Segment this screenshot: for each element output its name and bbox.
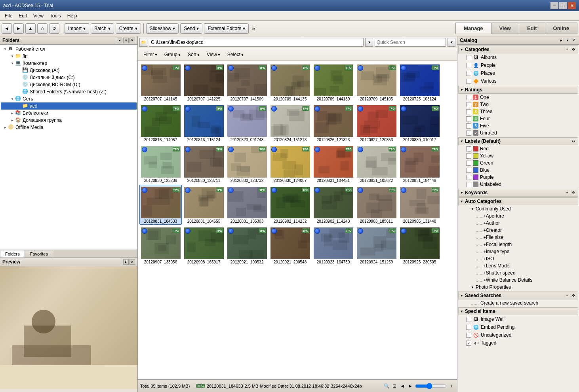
nav-back-button[interactable]: ◄ [2, 23, 12, 34]
tree-expand-7[interactable]: ▼ [10, 96, 15, 102]
catalog-menu-button[interactable]: ▾ [565, 38, 570, 43]
tree-expand-4[interactable] [17, 75, 22, 80]
keywords-header[interactable]: ▼ Keywords + ⚙ [458, 189, 578, 197]
saved-searches-add-button[interactable]: + [564, 293, 570, 298]
zoom-next-button[interactable]: ► [407, 383, 413, 389]
maximize-button[interactable]: □ [559, 2, 567, 9]
labels-header[interactable]: ▼ Labels (Default) ⚙ [458, 137, 578, 145]
tree-item-7[interactable]: ▼🌐Сеть [1, 95, 137, 102]
catalog-item-places[interactable]: 🌐 Places [458, 69, 578, 77]
rating-checkbox-4[interactable] [466, 123, 471, 129]
more-tools-icon[interactable]: » [252, 25, 255, 32]
mode-edit-button[interactable]: Edit [519, 23, 545, 34]
menu-edit[interactable]: Edit [15, 12, 30, 19]
thumb-item-21[interactable]: TPG20120831_184633 [139, 185, 182, 225]
thumb-item-27[interactable]: TPG20120905_131448 [398, 185, 441, 225]
thumb-item-9[interactable]: TPG20120820_091743 [226, 103, 268, 143]
refresh-button[interactable]: ↺ [49, 23, 59, 34]
address-dropdown-button[interactable]: ▾ [365, 38, 373, 47]
tree-item-3[interactable]: 💾Дисковод (A:) [1, 67, 137, 74]
saved-searches-header[interactable]: ▼ Saved Searches + ⚙ [458, 292, 578, 299]
keywords-add-button[interactable]: + [564, 190, 570, 195]
thumb-item-29[interactable]: TPG20120908_165917 [183, 225, 225, 265]
label-checkbox-0[interactable] [466, 146, 471, 151]
minimize-button[interactable]: ─ [550, 2, 558, 9]
categories-header[interactable]: ▼ Categories + ⚙ [458, 45, 578, 53]
favorites-tab[interactable]: Favorites [25, 250, 53, 258]
rating-checkbox-5[interactable] [466, 131, 471, 136]
label-checkbox-4[interactable] [466, 175, 471, 180]
catalog-rating-4[interactable]: 5Five [458, 122, 578, 129]
thumb-item-16[interactable]: TPG20120830_123732 [226, 144, 268, 184]
label-checkbox-5[interactable] [466, 182, 471, 187]
catalog-label-2[interactable]: Green [458, 159, 578, 167]
folders-close-button[interactable]: ✕ [130, 38, 135, 43]
thumb-item-8[interactable]: TPG20120816_115124 [183, 103, 225, 143]
nav-up-button[interactable]: ▲ [25, 23, 36, 34]
tree-expand-2[interactable]: ▼ [10, 61, 15, 66]
thumb-item-1[interactable]: TPG20120707_141225 [183, 62, 225, 102]
categories-add-button[interactable]: + [564, 47, 570, 52]
thumb-item-32[interactable]: TPG20120923_164730 [312, 225, 354, 265]
rating-checkbox-1[interactable] [466, 102, 471, 107]
zoom-prev-button[interactable]: ◄ [399, 383, 406, 389]
thumb-item-34[interactable]: TPG20120925_230505 [398, 225, 441, 265]
catalog-label-1[interactable]: Yellow [458, 152, 578, 159]
tree-expand-8[interactable] [17, 103, 22, 109]
auto-item-2[interactable]: ...... + Creator [458, 227, 578, 234]
thumb-item-33[interactable]: TPG20120924_151259 [355, 225, 398, 265]
tree-expand-5[interactable] [17, 82, 22, 87]
label-checkbox-3[interactable] [466, 168, 471, 173]
sort-button[interactable]: Sort ▾ [185, 51, 203, 58]
thumb-item-14[interactable]: TPG20120830_123239 [139, 144, 182, 184]
tree-item-2[interactable]: ▼💻Компьютер [1, 60, 137, 67]
menu-file[interactable]: File [2, 12, 15, 19]
tree-expand-11[interactable]: ► [2, 125, 8, 130]
group-button[interactable]: Group ▾ [161, 51, 184, 58]
thumb-item-4[interactable]: TPG20120709_144139 [312, 62, 354, 102]
menu-help[interactable]: Help [64, 12, 80, 19]
tree-expand-9[interactable]: ► [10, 110, 15, 116]
batch-button[interactable]: Batch ▾ [91, 23, 114, 34]
zoom-fit-button[interactable]: ⊡ [391, 383, 398, 389]
thumb-item-13[interactable]: TPG20120830_010017 [398, 103, 441, 143]
folders-tab[interactable]: Folders [0, 250, 25, 258]
filter-button[interactable]: Filter ▾ [140, 51, 160, 58]
select-button[interactable]: Select ▾ [224, 51, 247, 58]
slideshow-button[interactable]: Slideshow ▾ [146, 23, 179, 34]
thumb-item-18[interactable]: TPG20120831_104431 [312, 144, 354, 184]
zoom-slider[interactable] [415, 383, 447, 389]
special-checkbox-3[interactable]: ✓ [466, 341, 471, 346]
auto-item-6[interactable]: ...... + ISO [458, 255, 578, 262]
search-dropdown-button[interactable]: ▾ [448, 38, 455, 47]
special-items-header[interactable]: ▼ Special Items [458, 307, 578, 315]
tree-expand-3[interactable] [17, 68, 22, 73]
special-item-1[interactable]: 🌐Embed Pending [458, 323, 578, 331]
tree-item-8[interactable]: 📁acd [1, 102, 137, 110]
import-button[interactable]: Import ▾ [65, 23, 89, 34]
address-folder-icon[interactable]: 📁 [139, 38, 147, 47]
menu-tools[interactable]: Tools [47, 12, 64, 19]
view-button[interactable]: View ▾ [204, 51, 223, 58]
tree-item-0[interactable]: ▼🖥Рабочий стол [1, 45, 137, 53]
thumb-item-6[interactable]: TPG20120725_103124 [398, 62, 441, 102]
auto-item-8[interactable]: ...... + Shutter speed [458, 269, 578, 276]
preview-pin-button[interactable]: ▸ [123, 259, 129, 265]
thumb-item-5[interactable]: TPG20120709_145105 [355, 62, 398, 102]
auto-item-7[interactable]: ...... + Lens Model [458, 262, 578, 269]
catalog-item-albums[interactable]: 🖼 Albums [458, 53, 578, 61]
auto-item-5[interactable]: ...... + Image type [458, 248, 578, 255]
zoom-out-button[interactable]: 🔍 [383, 383, 390, 389]
address-input[interactable] [149, 38, 364, 47]
special-item-2[interactable]: 🚫Uncategorized [458, 331, 578, 339]
catalog-label-3[interactable]: Blue [458, 167, 578, 174]
catalog-pin-button[interactable]: ▸ [558, 38, 564, 43]
auto-item-3[interactable]: ...... + File size [458, 234, 578, 241]
tree-item-11[interactable]: ►📀Offline Media [1, 124, 137, 131]
label-checkbox-1[interactable] [466, 153, 471, 159]
catalog-item-create-search[interactable]: ...... Create a new saved search [458, 299, 578, 307]
tree-item-5[interactable]: 💿Дисковод BD-ROM (D:) [1, 81, 137, 88]
catalog-close-button[interactable]: ✕ [571, 38, 577, 43]
thumb-item-26[interactable]: TPG20120903_185611 [355, 185, 398, 225]
tree-item-10[interactable]: ►🏠Домашняя группа [1, 117, 137, 124]
